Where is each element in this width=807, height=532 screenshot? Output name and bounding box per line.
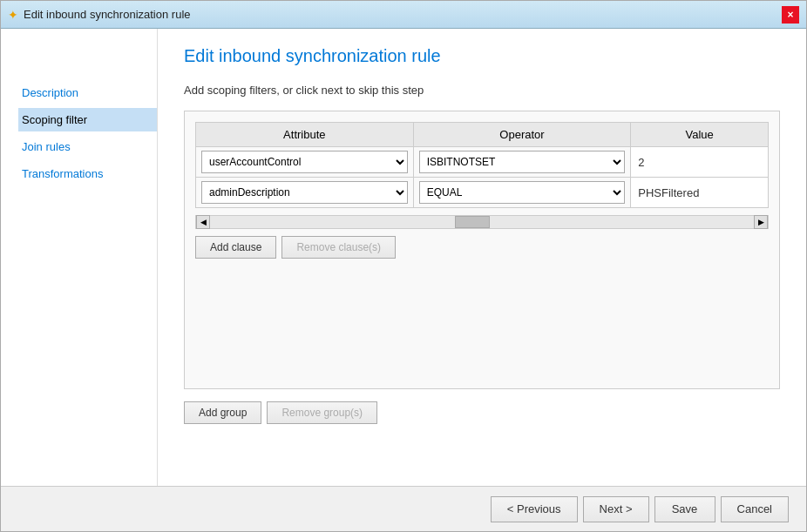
instruction-text: Add scoping filters, or click next to sk… [184, 84, 780, 97]
row1-operator-cell: ISBITNOTSET [413, 147, 631, 178]
row2-value-cell [631, 178, 769, 208]
group-buttons: Add group Remove group(s) [184, 401, 780, 424]
remove-clause-button[interactable]: Remove clause(s) [281, 236, 396, 259]
sidebar-item-description[interactable]: Description [18, 81, 157, 104]
row2-attribute-cell: adminDescription [196, 178, 414, 208]
next-button[interactable]: Next > [583, 496, 649, 522]
header-operator: Operator [413, 123, 631, 147]
row2-value-input[interactable] [638, 186, 761, 199]
sidebar: Description Scoping filter Join rules Tr… [1, 29, 158, 486]
row1-attribute-select[interactable]: userAccountControl [201, 151, 408, 173]
filter-table: Attribute Operator Value userAccountCont… [195, 122, 769, 208]
row1-operator-select[interactable]: ISBITNOTSET [419, 151, 626, 173]
cancel-button[interactable]: Cancel [721, 496, 789, 522]
row1-attribute-cell: userAccountControl [196, 147, 414, 178]
filter-box: Attribute Operator Value userAccountCont… [184, 111, 780, 389]
horizontal-scrollbar[interactable]: ◀ ▶ [195, 215, 769, 229]
row2-operator-cell: EQUAL [413, 178, 631, 208]
main-window: ✦ Edit inbound synchronization rule × De… [0, 0, 807, 532]
scroll-left-arrow[interactable]: ◀ [196, 215, 210, 229]
row2-operator-select[interactable]: EQUAL [419, 181, 626, 204]
title-bar: ✦ Edit inbound synchronization rule × [1, 1, 806, 29]
add-clause-button[interactable]: Add clause [195, 236, 276, 259]
header-attribute: Attribute [196, 123, 414, 147]
save-button[interactable]: Save [654, 496, 715, 522]
row2-attribute-select[interactable]: adminDescription [201, 181, 408, 204]
add-group-button[interactable]: Add group [184, 401, 261, 424]
close-button[interactable]: × [782, 6, 799, 24]
sidebar-item-join-rules[interactable]: Join rules [18, 135, 157, 158]
scroll-thumb [455, 216, 490, 228]
title-bar-left: ✦ Edit inbound synchronization rule [8, 8, 191, 22]
sidebar-item-scoping-filter[interactable]: Scoping filter [18, 108, 157, 131]
table-row: adminDescription EQUAL [196, 178, 769, 208]
header-value: Value [631, 123, 769, 147]
window-title: Edit inbound synchronization rule [24, 8, 191, 21]
scroll-track[interactable] [210, 216, 754, 228]
row1-value-cell [631, 147, 769, 178]
table-row: userAccountControl ISBITNOTSET [196, 147, 769, 178]
remove-group-button[interactable]: Remove group(s) [267, 401, 377, 424]
window-icon: ✦ [8, 8, 18, 22]
previous-button[interactable]: < Previous [491, 496, 578, 522]
row1-value-input[interactable] [638, 156, 761, 169]
clause-buttons: Add clause Remove clause(s) [195, 236, 769, 259]
sidebar-item-transformations[interactable]: Transformations [18, 162, 157, 185]
main-content: Edit inbound synchronization rule Add sc… [158, 29, 806, 486]
footer: < Previous Next > Save Cancel [1, 486, 806, 531]
page-title: Edit inbound synchronization rule [184, 46, 780, 66]
scroll-right-arrow[interactable]: ▶ [754, 215, 768, 229]
content-area: Description Scoping filter Join rules Tr… [1, 29, 806, 486]
